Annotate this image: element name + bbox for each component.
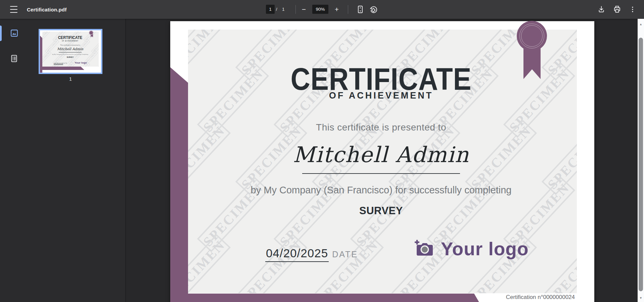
name-underline [302,173,460,174]
thumbnail-course: SURVEY [67,56,74,58]
document-outline-tab-icon[interactable] [9,54,19,63]
thumbnail-presented-line: This certificate is presented to [60,44,80,46]
recipient-name: Mitchell Admin [293,142,469,167]
presented-line: This certificate is presented to [316,122,446,133]
more-options-icon[interactable] [628,4,638,14]
date-value: 04/20/2025 [265,247,329,262]
scroll-down-icon[interactable]: ▼ [638,295,644,301]
download-icon[interactable] [596,4,606,14]
pdf-toolbar: Certification.pdf 1 / 1 − 90% + [0,0,644,19]
issuer-line: by My Company (San Francisco) for succes… [251,185,512,196]
course-name: SURVEY [359,205,403,217]
selected-tab-indicator [0,26,2,41]
page-total: 1 [282,5,285,14]
left-ribbon-band [170,67,188,302]
certificate-subtitle: OF ACHIEVEMENT [329,90,433,101]
logo-text: Your logo [441,238,529,260]
sidebar-divider [125,19,126,302]
fit-to-page-button[interactable] [355,4,365,14]
thumbnails-tab-icon[interactable] [9,28,19,38]
thumbnail-medal-icon [89,31,93,35]
bottom-ribbon-band [170,294,486,302]
toolbar-separator [348,5,348,14]
thumbnail-issuer-line: by My Company (San Francisco) for succes… [52,53,88,55]
medal-icon [517,21,547,51]
camera-plus-icon [414,239,433,258]
thumbnail-subtitle: OF ACHIEVEMENT [62,40,79,42]
print-icon[interactable] [612,4,622,14]
thumbnail-recipient: Mitchell Admin [57,47,83,51]
menu-icon[interactable] [9,5,18,13]
thumbnail-date: 04/20/2025 [54,63,63,65]
pdf-page: SPECIMENSPECIMENSPECIMENSPECIMENSPECIMEN… [170,21,594,302]
rotate-button[interactable] [368,4,378,14]
thumbnail-title: CERTIFICATE [58,35,82,40]
thumbnail-date-label: DATE [63,63,67,64]
thumbnail-name-underline [59,52,82,52]
logo-block: Your logo [414,238,529,260]
zoom-level-input[interactable]: 90% [312,5,328,14]
thumbnail-page-number: 1 [39,76,102,82]
toolbar-separator [295,5,296,14]
date-label: DATE [332,250,358,259]
scrollbar-thumb[interactable] [639,38,643,291]
vertical-scrollbar[interactable]: ▲ ▼ [638,19,644,302]
thumbnail-logo-text: Your logo [75,61,87,64]
scroll-up-icon[interactable]: ▲ [638,22,644,27]
page-number-input[interactable]: 1 [266,5,275,14]
certificate-number: Certification n°0000000024 [506,294,575,301]
document-title: Certification.pdf [27,0,66,19]
page-thumbnail[interactable]: SPECIMENSPECIMENSPECIMENSPECIMENSPECIMEN… [39,29,102,74]
certificate-title: CERTIFICATE [291,64,472,95]
thumbnail-sidebar: SPECIMENSPECIMENSPECIMENSPECIMENSPECIMEN… [0,19,125,302]
thumbnail-bottom-band [40,67,84,70]
date-row: 04/20/2025 DATE [265,247,358,262]
pdf-viewer-window: SPECIMENSPECIMENSPECIMENSPECIMENSPECIMEN… [0,0,644,302]
zoom-in-button[interactable]: + [332,5,341,14]
zoom-out-button[interactable]: − [300,5,308,14]
page-divider: / [276,5,277,14]
